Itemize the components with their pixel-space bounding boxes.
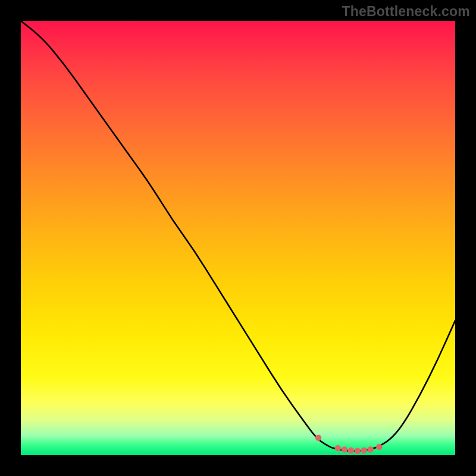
marker-dot (361, 447, 367, 453)
plot-area (21, 21, 455, 455)
marker-dot (376, 444, 382, 450)
marker-dot (355, 448, 361, 454)
marker-dot (315, 435, 321, 441)
marker-dot (335, 445, 341, 451)
marker-dot (348, 447, 354, 453)
marker-dot (367, 446, 373, 452)
marker-dot (342, 446, 347, 452)
bottleneck-curve-path (21, 21, 455, 451)
curve-layer (21, 21, 455, 455)
chart-frame: TheBottleneck.com (0, 0, 476, 476)
watermark-text: TheBottleneck.com (342, 4, 470, 20)
